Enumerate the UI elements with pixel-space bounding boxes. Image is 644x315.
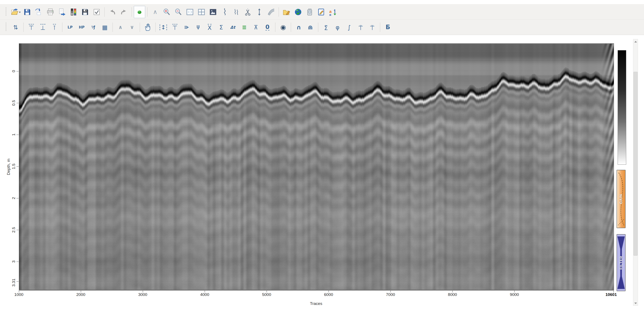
wiggle-trace-button[interactable] [219,6,230,18]
matrix-filter-button[interactable]: ▦ [99,21,110,34]
y-tick-label: 3 [11,260,16,263]
wavelet-button[interactable]: ◉ [277,21,289,34]
integrate-button[interactable]: ∫ [343,21,355,34]
shift-traces-button[interactable]: ⊤ [169,21,181,34]
image-view-button[interactable] [207,6,219,18]
save-button[interactable] [22,6,33,18]
marker-mode-button[interactable] [134,6,145,18]
filter-button[interactable]: FILTER [616,234,626,291]
zoom-out-button[interactable] [172,6,184,18]
shift-traces-icon: ⊤ [172,24,178,31]
traces-axis-title: Traces [295,301,338,306]
frequency-filter-button[interactable]: ¹⁄ƒ [88,21,99,34]
time-zero-set-button[interactable]: ⊺ [49,21,60,34]
sum-window-button[interactable]: ∼Σ [320,21,332,34]
edit-project-button[interactable] [281,6,292,18]
highpass-filter-button[interactable]: HP [76,21,88,34]
zero-level-button[interactable]: 0 [262,21,273,34]
y-tick-mark [16,230,19,230]
fit-view-button[interactable] [184,6,196,18]
gain-button[interactable]: GAIN [616,170,626,228]
vertical-scrollbar[interactable] [633,39,638,306]
palette-button[interactable] [68,6,79,18]
split-right-icon: ⋔ [184,25,190,30]
wiggle-fill-button[interactable] [230,6,242,18]
highpass-filter-icon: HP [79,26,85,29]
split-down-button[interactable]: ⋔ [192,21,204,34]
stretch-time-icon: ↕ [160,25,167,30]
time-zero-set-icon: ⊺ [53,24,56,31]
time-zero-down-button[interactable]: ⊥ [37,21,49,34]
cross-cut-button[interactable]: X [204,21,216,34]
squiggle-s-icon [220,8,229,16]
folder-open-icon [11,8,19,16]
toolbar-grip[interactable] [6,8,6,17]
macro-button[interactable]: Ƃ [382,21,394,34]
smooth-two-icon: ∼⊤ [370,25,375,30]
time-zero-up-button[interactable]: ⊤ [26,21,37,34]
manual-pick-button[interactable] [142,21,154,34]
x-tick-label: 6000 [319,292,338,297]
amplitude-colorbar[interactable] [618,50,626,165]
gps-device-icon [306,8,314,16]
phase-button[interactable]: φ [332,21,343,34]
export-image-button[interactable] [56,6,68,18]
undo-button[interactable] [106,6,118,18]
stack-traces-icon: ≣ [242,25,247,30]
stretch-time-button[interactable]: ↕ [158,21,169,34]
hand-icon [144,23,152,31]
hyperbola-icon: ∩ [296,25,301,30]
draw-lines-button[interactable] [265,6,277,18]
dropdown-caret-icon[interactable]: ▾ [19,11,20,14]
annotation-button[interactable] [316,6,327,18]
open-file-button[interactable]: ▾ [10,6,22,18]
gps-track-button[interactable] [304,6,316,18]
zoom-in-button[interactable] [161,6,172,18]
options-button[interactable] [91,6,102,18]
peak-up-button[interactable]: ∧ [115,21,126,34]
smooth-one-icon: ∼⊤ [358,25,363,30]
cut-profile-button[interactable] [242,6,254,18]
feather-lines-icon [267,8,275,16]
save-copy-button[interactable]: path d="M5 5h19l3 3v19H5z" fill="#2f5fa8… [33,6,44,18]
undo-icon [108,8,116,16]
sum-traces-button[interactable]: Σ [216,21,227,34]
print-button[interactable] [44,6,56,18]
v-arrow-icon [255,8,264,16]
toolbar-separator [23,23,24,32]
scroll-up-button[interactable] [633,39,638,44]
hyperbola-button[interactable]: ∩ [293,21,304,34]
scrollbar-thumb[interactable] [634,72,638,256]
chevron-up-icon [634,41,637,43]
smooth-one-button[interactable]: ∼⊤ [355,21,366,34]
stretch-vertical-button[interactable] [254,6,265,18]
peak-down-button[interactable]: ∨ [126,21,138,34]
peak-detect-button[interactable]: ⊼ [250,21,262,34]
zero-level-icon: 0 [266,24,270,31]
lowpass-filter-button[interactable]: LP [64,21,76,34]
floppy-dark-icon [81,8,89,16]
x-tick-label: 2000 [71,292,90,297]
peak-detect-icon: ⊼ [254,25,258,30]
split-down-icon: ⋔ [196,25,200,30]
scroll-down-button[interactable] [633,301,638,305]
map-view-button[interactable] [292,6,304,18]
redo-button[interactable] [118,6,130,18]
y-tick-label: 2 [11,197,16,199]
hyperbola-fit-button[interactable]: ⋒ [304,21,316,34]
flip-profile-button[interactable]: ⇅ [10,21,22,34]
x-tick-label: 8000 [443,292,462,297]
smooth-two-button[interactable]: ∼⊤ [366,21,378,34]
labels-button[interactable]: aя [327,6,338,18]
time-zero-up-icon: ⊤ [29,24,34,31]
save-as-button[interactable] [79,6,91,18]
toolbar-grip[interactable] [6,23,6,32]
wiggle-view-button[interactable]: ∧ [149,6,161,18]
stack-traces-button[interactable]: ≣ [238,21,250,34]
toolbar-separator [104,7,104,17]
delta-t-button[interactable]: Δt [227,21,238,34]
floppy-blue-icon [23,8,31,16]
split-view-button[interactable] [196,6,207,18]
split-right-button[interactable]: ⋔ [181,21,192,34]
radargram-display[interactable] [19,43,614,290]
